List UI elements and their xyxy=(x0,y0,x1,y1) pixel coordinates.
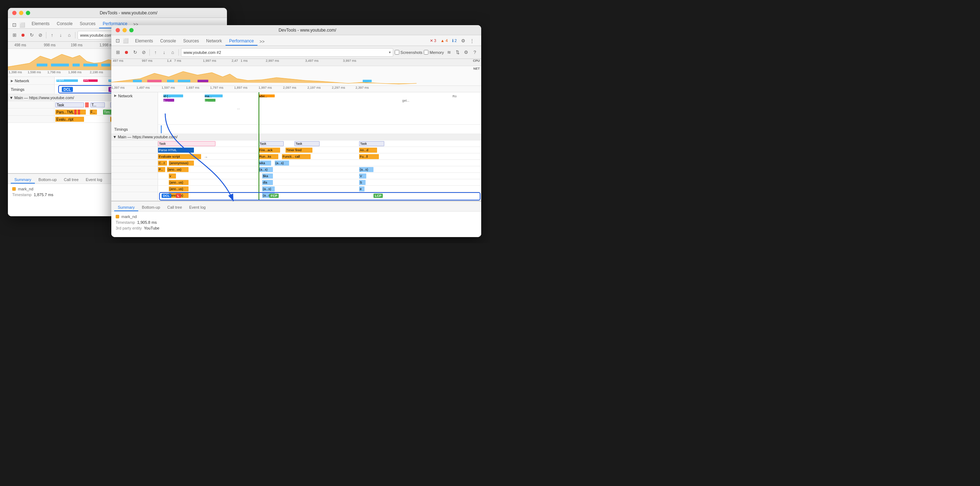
svg-rect-4 xyxy=(83,64,98,67)
bottom-panel-2: Summary Bottom-up Call tree Event log ma… xyxy=(111,201,481,237)
fr3-label xyxy=(111,160,158,166)
minimize-button-2[interactable] xyxy=(123,28,127,32)
flame-row-4-2: P... (ano...us) (a...s) (a...s) xyxy=(111,166,481,173)
calltree-tab-1[interactable]: Call tree xyxy=(60,176,82,183)
main-label-1: ▼ Main — https://www.youtube.com/ xyxy=(8,94,75,101)
summary-tab-2[interactable]: Summary xyxy=(114,204,138,211)
home-icon-1[interactable]: ⌂ xyxy=(66,32,73,39)
url-bar-2[interactable]: www.youtube.com #2 ▾ xyxy=(181,48,393,57)
net-chart-2 xyxy=(111,79,481,86)
fr8-label xyxy=(111,192,158,201)
fr0-label xyxy=(111,140,158,147)
ts-label-2: Timestamp xyxy=(116,220,135,225)
dock-icon-1[interactable]: ⊞ xyxy=(11,32,18,39)
toolbar-2: ⊞ ⏺ ↻ ⊘ ↑ ↓ ⌂ www.youtube.com #2 ▾ Scree… xyxy=(111,46,481,59)
nb-label-get: get... xyxy=(402,99,409,102)
url-dropdown-2[interactable]: ▾ xyxy=(389,50,391,54)
screenshots-checkbox-2[interactable]: Screenshots xyxy=(395,50,422,54)
inspector-icon-1[interactable]: ⊡ xyxy=(11,21,18,29)
tab-performance-2[interactable]: Performance xyxy=(226,37,258,46)
screenshots-label-2: Screenshots xyxy=(400,50,422,54)
red-mark-1 xyxy=(74,110,76,115)
anous-2: (ano...us) xyxy=(167,167,189,172)
tab-sources-1[interactable]: Sources xyxy=(76,20,99,29)
home-icon-2[interactable]: ⌂ xyxy=(169,49,176,56)
device-icon-1[interactable]: ⬜ xyxy=(19,21,26,29)
summary-tab-1[interactable]: Summary xyxy=(11,176,35,183)
nb-label-2: c... xyxy=(164,99,168,102)
net-throttle-icon[interactable]: ⇅ xyxy=(454,49,461,56)
bottomup-tab-1[interactable]: Bottom-up xyxy=(35,176,60,183)
r2-2a: 1,397 ms xyxy=(111,86,125,89)
flame-area-2: Task Task Task Task Parse HTML Fire...ac… xyxy=(111,140,481,201)
p-2: P... xyxy=(158,167,165,172)
fr1-body: Parse HTML Fire...ack Timer fired An...d xyxy=(158,147,481,153)
r2-2g: 1,997 ms xyxy=(259,86,272,89)
as1-2: (a...s) xyxy=(275,161,289,166)
upload-icon-2[interactable]: ↑ xyxy=(152,49,159,56)
close-button-1[interactable] xyxy=(12,11,16,15)
parsehtml-bar: Pars...TML xyxy=(55,110,86,115)
calltree-tab-2[interactable]: Call tree xyxy=(164,204,186,211)
reload-icon-1[interactable]: ↻ xyxy=(28,32,35,39)
svg-rect-10 xyxy=(178,80,190,82)
tab-sources-2[interactable]: Sources xyxy=(180,37,202,46)
settings-icon-2b[interactable]: ⚙ xyxy=(463,49,470,56)
task-2-1: Task xyxy=(259,141,284,146)
screenshots-input-2[interactable] xyxy=(395,50,399,54)
r2-2h: 2,097 ms xyxy=(283,86,296,89)
upload-icon-1[interactable]: ↑ xyxy=(48,32,56,39)
tab-elements-1[interactable]: Elements xyxy=(28,20,53,29)
maximize-button-1[interactable] xyxy=(26,11,30,15)
tab-console-2[interactable]: Console xyxy=(157,37,180,46)
flame-row-6-2: (ano...us) dla S xyxy=(111,179,481,186)
memory-input-2[interactable] xyxy=(424,50,428,54)
summary-name-2: mark_nd xyxy=(121,214,137,219)
error-badge-yellow: ▲ 4 xyxy=(439,38,449,43)
eventlog-tab-2[interactable]: Event log xyxy=(186,204,209,211)
device-icon-2[interactable]: ⬜ xyxy=(122,37,129,44)
help-icon-2[interactable]: ? xyxy=(471,49,478,56)
tpe-label-2: 3rd party entity xyxy=(116,226,142,230)
svg-rect-8 xyxy=(147,80,162,82)
eventlog-tab-1[interactable]: Event log xyxy=(82,176,106,183)
record-icon-1[interactable]: ⏺ xyxy=(19,32,27,39)
bottomup-tab-2[interactable]: Bottom-up xyxy=(138,204,164,211)
as4-2: (a...s) xyxy=(262,186,275,191)
more-icon-2[interactable]: ⋮ xyxy=(468,37,476,44)
tab-console-1[interactable]: Console xyxy=(53,20,76,29)
full-2: Fu...ll xyxy=(359,154,379,159)
fr8-body: (ano...us) (a...s) DCL L FCP LCP xyxy=(158,192,481,201)
memory-label-2: Memory xyxy=(430,50,444,54)
memory-checkbox-2[interactable]: Memory xyxy=(424,50,444,54)
parsehtml-2: Parse HTML xyxy=(158,148,194,153)
tab-elements-2[interactable]: Elements xyxy=(131,37,157,46)
e-2: e xyxy=(359,186,364,191)
record-icon-2[interactable]: ⏺ xyxy=(123,49,130,56)
clear-icon-1[interactable]: ⊘ xyxy=(37,32,44,39)
close-button-2[interactable] xyxy=(116,28,120,32)
inspector-icon-2[interactable]: ⊡ xyxy=(114,37,121,44)
tick-1b: 998 ms xyxy=(44,43,56,47)
svg-rect-1 xyxy=(37,64,48,67)
t2i: 3,497 ms xyxy=(305,59,318,62)
minimize-button-1[interactable] xyxy=(19,11,23,15)
download-icon-1[interactable]: ↓ xyxy=(57,32,64,39)
t2f: 2,47 xyxy=(232,59,238,62)
task-2-0: Task xyxy=(158,141,215,146)
svg-rect-3 xyxy=(73,64,80,67)
settings-icon-2[interactable]: ⚙ xyxy=(460,37,467,44)
main-label-2: ▼ Main — https://www.youtube.com/ xyxy=(111,134,481,140)
download-icon-2[interactable]: ↓ xyxy=(161,49,168,56)
r2t3: 1,798 ms xyxy=(48,70,61,74)
summary-name-1: mark_nd xyxy=(18,187,33,191)
maximize-button-2[interactable] xyxy=(129,28,134,32)
reload-icon-2[interactable]: ↻ xyxy=(131,49,138,56)
dock-icon-2[interactable]: ⊞ xyxy=(114,49,121,56)
cpu-throttle-icon[interactable]: ≋ xyxy=(445,49,452,56)
nb-label-ro: Ro xyxy=(452,94,457,98)
tab-network-2[interactable]: Network xyxy=(202,37,226,46)
clear-icon-2[interactable]: ⊘ xyxy=(140,49,147,56)
perf-content-2: 497 ms 997 ms 1,4 7 ms 1,997 ms 2,47 1 m… xyxy=(111,59,481,237)
tab-more-2[interactable]: >> xyxy=(258,38,267,46)
